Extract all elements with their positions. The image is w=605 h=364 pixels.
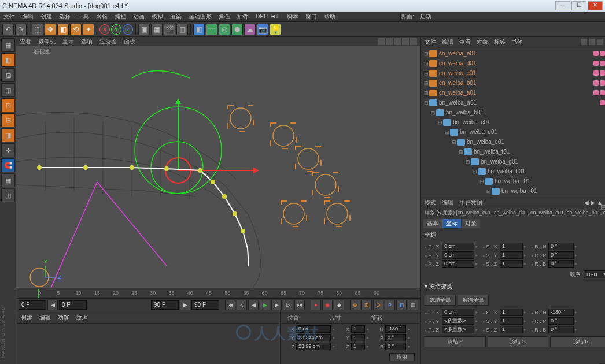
expand-icon[interactable]: ⊟ (472, 169, 478, 174)
undo-button[interactable]: ↶ (2, 24, 14, 35)
key-scale-button[interactable]: ⊡ (361, 300, 372, 310)
light-button[interactable]: 💡 (270, 24, 281, 35)
vp-icon-3[interactable] (394, 38, 401, 45)
maximize-button[interactable]: ☐ (571, 1, 586, 10)
make-editable-button[interactable]: ▦ (1, 38, 15, 52)
object-row[interactable]: ⊞cn_weiba_e01✔ (421, 49, 605, 58)
scale-tool[interactable]: ◧ (57, 24, 69, 35)
coord-cell[interactable]: 23.344 cm (296, 334, 331, 341)
coord-cell[interactable]: ▸ (408, 335, 415, 340)
object-name[interactable]: cn_weiba_e01 (439, 50, 592, 57)
attr-cell[interactable]: ▸ (524, 310, 530, 315)
object-row[interactable]: ⊟bn_weiba_b01 (421, 107, 605, 117)
vp-icon-1[interactable] (378, 38, 385, 45)
attr-cell[interactable]: ▸ (475, 252, 481, 258)
menu-item[interactable]: 运动图形 (189, 13, 212, 21)
expand-icon[interactable]: ⊞ (423, 80, 429, 86)
menu-item[interactable]: 创建 (40, 13, 52, 21)
z-axis-toggle[interactable]: Z (123, 24, 133, 35)
next-key-button[interactable]: ▷ (283, 300, 293, 310)
attr-fwd-icon[interactable]: ▶ (591, 199, 595, 206)
expand-icon[interactable]: ⊟ (423, 100, 429, 106)
menu-item[interactable]: 编辑 (22, 13, 34, 21)
om-tab[interactable]: 标签 (494, 38, 506, 46)
object-row[interactable]: ⊞cn_weiba_a01✔ (421, 88, 605, 98)
attr-cell[interactable]: -180 ° (548, 309, 574, 316)
cube-primitive-button[interactable]: ◧ (193, 24, 205, 35)
attr-cell[interactable]: 0 cm (442, 251, 474, 259)
viewport[interactable]: 右视图 (16, 46, 420, 288)
object-name[interactable]: bn_weiba_c01 (453, 119, 605, 125)
prev-frame-button[interactable]: ◀ (248, 300, 259, 310)
object-name[interactable]: cn_weiba_c01 (439, 70, 592, 76)
attr-cell[interactable]: ▸ (475, 310, 481, 315)
attr-basic-tab[interactable]: 基本 (423, 219, 442, 228)
workplane-button-2[interactable]: ▦ (1, 173, 15, 187)
attr-cell[interactable]: 0 ° (548, 260, 574, 268)
attr-cell[interactable]: ▸ (475, 244, 481, 249)
vp-menu-item[interactable]: 选项 (81, 38, 93, 46)
goto-start-button[interactable]: ⏮ (225, 300, 235, 310)
expand-icon[interactable]: ⊟ (437, 120, 443, 125)
freeze-all-button[interactable]: 冻结全部 (425, 295, 456, 306)
object-name[interactable]: cn_weiba_b01 (439, 80, 592, 86)
tag-icon[interactable] (593, 80, 599, 86)
expand-icon[interactable]: ⊟ (486, 188, 492, 194)
object-name[interactable]: bn_weiba_b01 (446, 109, 605, 116)
x-axis-toggle[interactable]: X (99, 24, 110, 35)
attr-cell[interactable]: <多重数> (442, 326, 474, 333)
range-end-field[interactable] (151, 300, 179, 310)
object-row[interactable]: ⊟bn_weiba_d01 (421, 127, 605, 137)
object-row[interactable]: ⊟bn_weiba_j01 (421, 186, 605, 196)
coord-cell[interactable]: 1 (351, 325, 365, 333)
layout-value[interactable]: 启动 (420, 13, 431, 21)
attr-cell[interactable]: ▸ (575, 244, 581, 249)
coord-cell[interactable]: 1 (351, 334, 365, 341)
total-frames-field[interactable] (191, 300, 219, 310)
om-tab[interactable]: 查看 (459, 38, 471, 46)
menu-item[interactable]: 帮助 (324, 13, 335, 21)
timeline-window-button[interactable]: ▤ (408, 300, 418, 310)
record-button[interactable]: ● (311, 300, 321, 310)
object-name[interactable]: bn_weiba_h01 (488, 168, 605, 174)
vp-icon-5[interactable] (410, 38, 417, 45)
picture-viewer-button[interactable]: ▥ (176, 24, 188, 35)
expand-icon[interactable]: ⊟ (458, 149, 464, 155)
keyframe-sel-button[interactable]: ◆ (334, 300, 344, 310)
attr-cell[interactable]: 0 cm (442, 260, 474, 268)
menu-item[interactable]: 动画 (133, 13, 145, 21)
attr-cell[interactable]: 0 ° (548, 317, 574, 325)
generator-button[interactable]: ◎ (219, 24, 230, 35)
attr-cell[interactable]: ▸ (575, 327, 581, 332)
coord-cell[interactable]: ▸ (333, 335, 340, 340)
camera-button[interactable]: 📷 (257, 24, 268, 35)
attr-back-icon[interactable]: ◀ (584, 199, 589, 206)
eye-icon[interactable] (589, 39, 595, 45)
attr-cell[interactable]: ▸ (524, 244, 530, 249)
key-param-button[interactable]: P (385, 300, 395, 310)
vp-menu-item[interactable]: 过滤器 (99, 38, 117, 46)
attr-cell[interactable]: <多重数> (442, 317, 474, 325)
coord-cell[interactable]: 0 ° (385, 343, 406, 350)
menu-item[interactable]: 选择 (59, 13, 71, 21)
menu-item[interactable]: 角色 (219, 13, 230, 21)
coord-cell[interactable]: ▸ (408, 344, 415, 349)
unfreeze-all-button[interactable]: 解冻全部 (458, 295, 489, 306)
freeze-s-button[interactable]: 冻结 S (488, 336, 549, 347)
object-row[interactable]: ⊟bn_weiba_e01 (421, 137, 605, 147)
tag-icon[interactable] (593, 61, 599, 66)
snap-button[interactable]: 🧲 (1, 158, 15, 172)
attr-tab[interactable]: 编辑 (442, 199, 453, 207)
coord-cell[interactable]: ▸ (367, 335, 374, 340)
attr-cell[interactable]: 0 cm (442, 243, 474, 250)
attr-cell[interactable]: 0 cm (442, 309, 474, 316)
coord-cell[interactable]: ▸ (333, 344, 340, 349)
arrow-right-icon[interactable]: ▶ (180, 300, 190, 310)
attr-cell[interactable]: ▸ (524, 327, 530, 332)
vp-menu-item[interactable]: 查看 (20, 38, 31, 46)
object-row[interactable]: ⊟bn_weiba_f01 (421, 147, 605, 157)
object-name[interactable]: bn_weiba_a01 (439, 99, 599, 106)
attr-tab[interactable]: 模式 (425, 199, 436, 207)
minimize-button[interactable]: ─ (555, 1, 570, 10)
coord-cell[interactable]: 1 (351, 343, 365, 350)
